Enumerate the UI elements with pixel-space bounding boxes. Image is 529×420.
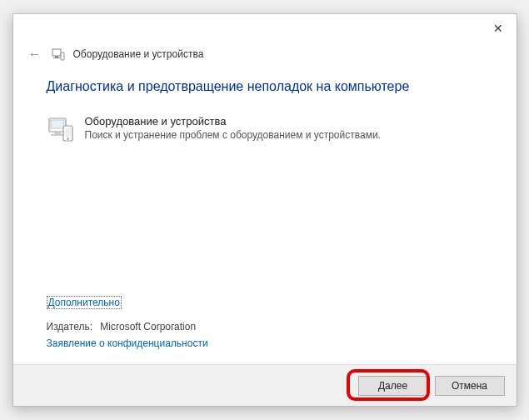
troubleshooter-item: Оборудование и устройства Поиск и устран…: [47, 114, 483, 142]
close-icon: ✕: [493, 22, 503, 35]
svg-rect-1: [55, 56, 58, 58]
publisher-label: Издатель:: [47, 321, 93, 332]
main-heading: Диагностика и предотвращение неполадок н…: [47, 79, 483, 94]
hardware-icon: [47, 114, 75, 142]
svg-point-10: [67, 138, 68, 139]
publisher-value: Microsoft Corporation: [100, 321, 196, 332]
content-area: Диагностика и предотвращение неполадок н…: [13, 72, 517, 364]
titlebar: ✕: [13, 14, 517, 42]
item-description: Поиск и устранение проблем с оборудовани…: [85, 129, 381, 141]
svg-rect-3: [61, 52, 64, 60]
close-button[interactable]: ✕: [480, 16, 517, 41]
footer-bar: Далее Отмена: [13, 364, 517, 406]
window-title: Оборудование и устройства: [73, 48, 204, 60]
svg-rect-2: [53, 58, 60, 58]
header-row: ← Оборудование и устройства: [13, 42, 517, 72]
privacy-link[interactable]: Заявление о конфиденциальности: [47, 338, 483, 349]
back-button[interactable]: ←: [27, 46, 43, 62]
publisher-row: Издатель: Microsoft Corporation: [47, 321, 483, 332]
svg-rect-5: [51, 120, 64, 128]
devices-icon: [52, 48, 65, 61]
next-button[interactable]: Далее: [358, 376, 428, 396]
item-text: Оборудование и устройства Поиск и устран…: [85, 114, 381, 142]
troubleshooter-window: ✕ ← Оборудование и устройства Диагностик…: [12, 13, 517, 407]
svg-rect-0: [52, 49, 61, 56]
cancel-button[interactable]: Отмена: [435, 376, 505, 396]
back-arrow-icon: ←: [28, 47, 42, 62]
svg-rect-6: [54, 132, 61, 134]
svg-rect-7: [51, 134, 64, 136]
item-title: Оборудование и устройства: [85, 115, 381, 128]
advanced-link[interactable]: Дополнительно: [47, 296, 122, 309]
svg-rect-9: [65, 128, 71, 137]
